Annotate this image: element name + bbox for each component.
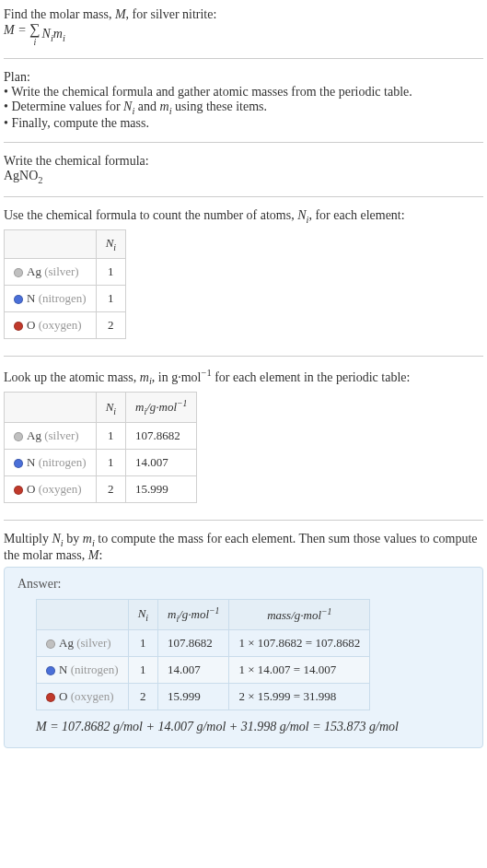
col-m: mi/g·mol−1 [126, 393, 197, 423]
element-cell: Ag (silver) [5, 258, 97, 285]
n-cell: 1 [96, 258, 125, 285]
plan-section: Plan: • Write the chemical formula and g… [4, 66, 483, 135]
eq: = [15, 23, 29, 37]
element-swatch-icon [14, 295, 23, 304]
col-m: mi/g·mol−1 [158, 600, 229, 630]
problem-statement: Find the molar mass, M, for silver nitri… [4, 4, 483, 51]
compute-intro: Multiply Ni by mi to compute the mass fo… [4, 532, 483, 563]
col-N: Ni [96, 230, 125, 259]
table-row: N (nitrogen) 1 [5, 285, 126, 311]
table-row: Ag (silver) 1 107.8682 1 × 107.8682 = 10… [37, 630, 370, 657]
col-element [37, 600, 129, 630]
m-cell: 14.007 [126, 450, 197, 476]
n-cell: 2 [96, 311, 125, 338]
final-answer: M = 107.8682 g/mol + 14.007 g/mol + 31.9… [36, 720, 470, 734]
sum-expression: ∑ i Nimi [29, 22, 65, 47]
chem-formula-title: Write the chemical formula: [4, 154, 483, 169]
col-N: Ni [128, 600, 157, 630]
m-cell: 15.999 [126, 476, 197, 503]
col-element [5, 230, 97, 259]
element-swatch-icon [46, 693, 55, 702]
var-M: M [115, 7, 126, 21]
divider [4, 196, 483, 197]
atomic-mass-section: Look up the atomic mass, mi, in g·mol−1 … [4, 364, 483, 512]
element-cell: N (nitrogen) [5, 450, 97, 476]
col-element [5, 393, 97, 423]
m-cell: 14.007 [158, 657, 229, 684]
element-cell: N (nitrogen) [5, 285, 97, 311]
atom-count-intro: Use the chemical formula to count the nu… [4, 208, 483, 225]
atom-count-table: Ni Ag (silver) 1 N (nitrogen) 1 O (oxyge… [4, 229, 126, 339]
divider [4, 520, 483, 521]
table-header-row: Ni [5, 230, 126, 259]
chem-formula-section: Write the chemical formula: AgNO2 [4, 150, 483, 189]
plan-bullet: • Finally, compute the mass. [4, 116, 483, 131]
n-cell: 1 [96, 423, 125, 450]
answer-title: Answer: [17, 577, 470, 592]
text: , for silver nitrite: [126, 7, 217, 21]
element-cell: O (oxygen) [37, 684, 129, 710]
col-mass: mass/g·mol−1 [229, 600, 370, 630]
table-row: N (nitrogen) 1 14.007 1 × 14.007 = 14.00… [37, 657, 370, 684]
table-row: N (nitrogen) 1 14.007 [5, 450, 197, 476]
element-cell: O (oxygen) [5, 476, 97, 503]
element-swatch-icon [46, 639, 55, 649]
element-cell: O (oxygen) [5, 311, 97, 338]
element-swatch-icon [14, 268, 23, 277]
element-cell: N (nitrogen) [37, 657, 129, 684]
problem-line: Find the molar mass, M, for silver nitri… [4, 7, 483, 22]
table-row: O (oxygen) 2 15.999 [5, 476, 197, 503]
m-cell: 15.999 [158, 684, 229, 710]
answer-box: Answer: Ni mi/g·mol−1 mass/g·mol−1 Ag (s… [4, 567, 483, 748]
element-swatch-icon [14, 432, 23, 441]
n-cell: 2 [96, 476, 125, 503]
element-cell: Ag (silver) [5, 423, 97, 450]
compute-section: Multiply Ni by mi to compute the mass fo… [4, 528, 483, 752]
table-header-row: Ni mi/g·mol−1 [5, 393, 197, 423]
n-cell: 2 [128, 684, 157, 710]
sigma-icon: ∑ i [29, 22, 40, 47]
n-cell: 1 [128, 630, 157, 657]
divider [4, 58, 483, 59]
table-row: O (oxygen) 2 [5, 311, 126, 338]
atomic-mass-table: Ni mi/g·mol−1 Ag (silver) 1 107.8682 N (… [4, 392, 197, 503]
calc-cell: 1 × 107.8682 = 107.8682 [229, 630, 370, 657]
n-cell: 1 [128, 657, 157, 684]
calc-cell: 1 × 14.007 = 14.007 [229, 657, 370, 684]
element-swatch-icon [46, 666, 55, 675]
atom-count-section: Use the chemical formula to count the nu… [4, 205, 483, 348]
molar-mass-formula: M = ∑ i Nimi [4, 22, 483, 47]
element-swatch-icon [14, 486, 23, 495]
calc-cell: 2 × 15.999 = 31.998 [229, 684, 370, 710]
plan-bullet: • Determine values for Ni and mi using t… [4, 100, 483, 116]
col-N: Ni [96, 393, 125, 423]
atomic-mass-intro: Look up the atomic mass, mi, in g·mol−1 … [4, 368, 483, 386]
lhs: M [4, 23, 15, 37]
plan-bullet: • Write the chemical formula and gather … [4, 85, 483, 100]
n-cell: 1 [96, 285, 125, 311]
table-row: O (oxygen) 2 15.999 2 × 15.999 = 31.998 [37, 684, 370, 710]
table-row: Ag (silver) 1 107.8682 [5, 423, 197, 450]
chem-formula: AgNO2 [4, 169, 483, 185]
table-header-row: Ni mi/g·mol−1 mass/g·mol−1 [37, 600, 370, 630]
m-cell: 107.8682 [158, 630, 229, 657]
divider [4, 142, 483, 143]
element-swatch-icon [14, 322, 23, 331]
table-row: Ag (silver) 1 [5, 258, 126, 285]
element-cell: Ag (silver) [37, 630, 129, 657]
n-cell: 1 [96, 450, 125, 476]
divider [4, 356, 483, 357]
m-cell: 107.8682 [126, 423, 197, 450]
element-swatch-icon [14, 459, 23, 468]
plan-title: Plan: [4, 70, 483, 85]
answer-table: Ni mi/g·mol−1 mass/g·mol−1 Ag (silver) 1… [36, 599, 370, 710]
text: Find the molar mass, [4, 7, 115, 21]
